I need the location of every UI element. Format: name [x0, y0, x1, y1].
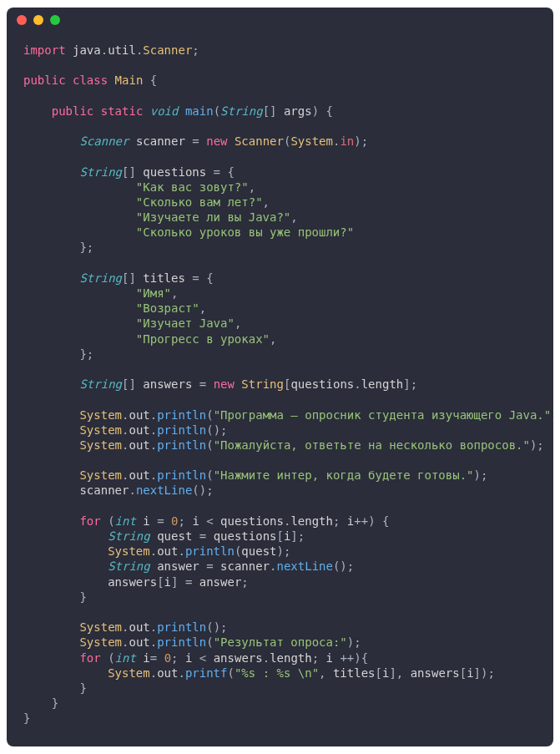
kw-public: public: [23, 73, 66, 87]
code-text: (: [206, 438, 213, 452]
type: String: [108, 559, 150, 573]
code-text: =: [206, 559, 220, 573]
code-text: ,: [235, 316, 241, 330]
code-text: ,: [290, 210, 297, 224]
variable: answer: [157, 559, 199, 573]
maximize-icon[interactable]: [50, 15, 60, 25]
code-text: .: [150, 620, 157, 634]
code-area: import java.util.Scanner; public class M…: [7, 33, 553, 739]
variable: answer: [199, 575, 242, 589]
kw-new: new: [206, 134, 227, 148]
code-text: []: [122, 165, 143, 179]
class-name: Main: [115, 73, 144, 87]
method-name: nextLine: [136, 483, 192, 497]
class-name: System: [108, 666, 150, 680]
variable: scanner: [136, 134, 185, 148]
variable: out: [129, 620, 149, 634]
code-text: .: [150, 635, 157, 649]
code-text: []: [263, 104, 284, 118]
kw-for: for: [79, 651, 100, 665]
code-text: }: [23, 711, 30, 725]
code-text: Scanner: [143, 43, 192, 57]
string-literal: "Сколько вам лет?": [136, 195, 263, 209]
number-literal: 0: [164, 651, 171, 665]
type: String: [79, 165, 122, 179]
code-text: ];: [290, 529, 305, 543]
method-name: println: [157, 408, 206, 422]
kw-import: import: [23, 43, 66, 57]
kw-for: for: [79, 514, 100, 528]
code-text: []: [122, 271, 143, 285]
kw-void: void: [150, 104, 179, 118]
field: in: [340, 134, 354, 148]
code-text: };: [79, 240, 93, 254]
code-text: <: [206, 514, 220, 528]
string-literal: "Пожалуйста, ответьте на несколько вопро…: [214, 438, 530, 452]
method-name: println: [185, 544, 235, 558]
type: String: [79, 271, 122, 285]
class-name: System: [79, 620, 122, 634]
code-text: ;: [171, 651, 185, 665]
variable: out: [157, 666, 178, 680]
code-text: =: [150, 651, 164, 665]
code-text: (: [206, 635, 213, 649]
code-text: ;: [312, 651, 326, 665]
variable: args: [284, 104, 312, 118]
method-name: println: [157, 620, 206, 634]
variable: quest: [241, 544, 276, 558]
code-text: ;: [179, 514, 193, 528]
code-text: ();: [206, 423, 227, 437]
kw-new: new: [214, 377, 235, 391]
code-text: (: [108, 651, 114, 665]
code-text: }: [79, 590, 86, 604]
code-text: =: [199, 529, 214, 543]
code-text: .: [178, 666, 184, 680]
variable: titles: [333, 666, 376, 680]
code-text: ;: [192, 43, 199, 57]
method-name: main: [185, 104, 214, 118]
string-literal: "Прогресс в уроках": [136, 332, 270, 346]
type: String: [79, 377, 122, 391]
code-text: (: [108, 514, 114, 528]
kw-int: int: [115, 514, 136, 528]
code-text: (: [227, 666, 234, 680]
variable: quest: [157, 529, 192, 543]
minimize-icon[interactable]: [33, 15, 43, 25]
method-name: println: [157, 635, 206, 649]
code-text: []: [122, 377, 143, 391]
code-text: (: [206, 408, 213, 422]
variable: i: [164, 575, 171, 589]
class-name: System: [108, 544, 150, 558]
code-text: .: [150, 438, 157, 452]
string-literal: "Имя": [136, 286, 171, 300]
code-text: .: [263, 651, 270, 665]
variable: questions: [214, 529, 277, 543]
variable: questions: [220, 514, 284, 528]
code-text: ,: [270, 332, 276, 346]
code-text: ,: [249, 180, 255, 194]
code-text: [: [460, 666, 467, 680]
method-name: nextLine: [277, 559, 333, 573]
variable: length: [361, 377, 404, 391]
code-text: ] =: [171, 575, 199, 589]
kw-class: class: [73, 73, 108, 87]
code-text: (: [214, 104, 220, 118]
class-name: System: [79, 408, 122, 422]
type: String: [220, 104, 263, 118]
variable: answers: [143, 377, 192, 391]
code-text: = {: [214, 165, 235, 179]
code-text: ,: [319, 666, 333, 680]
variable: questions: [290, 377, 354, 391]
variable: i: [143, 651, 149, 665]
code-text: .: [150, 544, 157, 558]
code-text: ];: [403, 377, 417, 391]
code-text: .: [101, 43, 108, 57]
type: String: [108, 529, 150, 543]
code-text: .: [150, 408, 157, 422]
code-text: ],: [389, 666, 410, 680]
code-text: ]);: [474, 666, 495, 680]
code-text: util: [108, 43, 136, 57]
code-text: ();: [206, 620, 227, 634]
class-name: String: [241, 377, 284, 391]
close-icon[interactable]: [17, 15, 27, 25]
